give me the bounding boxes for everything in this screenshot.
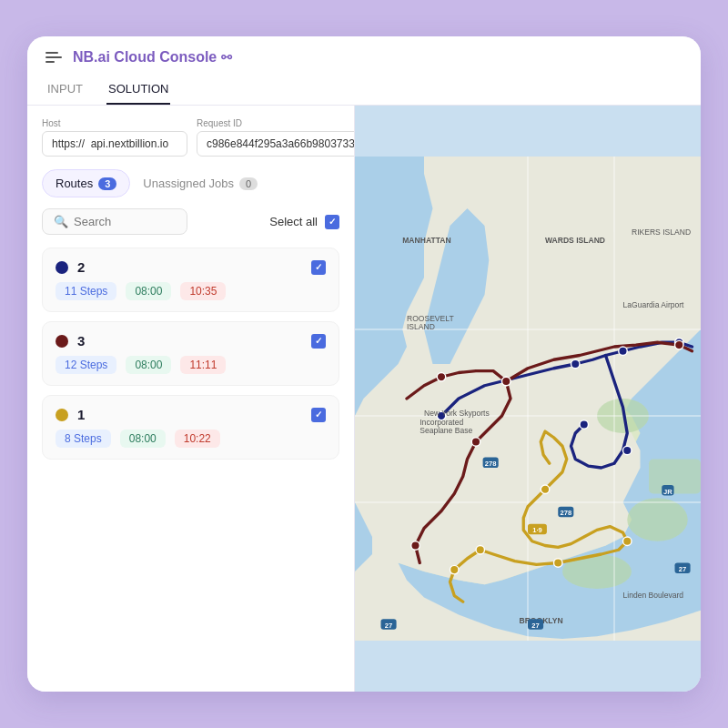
search-icon: 🔍 [54,215,68,228]
header-top: NB.ai Cloud Console ⚯ [46,49,682,66]
app-container: NB.ai Cloud Console ⚯ INPUT SOLUTION Hos… [27,36,701,692]
select-all-row: Select all [269,215,339,229]
route-1-start: 08:00 [120,430,166,448]
host-request-row: Host Request ID Load [42,118,339,157]
search-select-row: 🔍 Select all [42,208,339,235]
svg-point-16 [623,446,632,455]
svg-text:27: 27 [531,622,539,630]
svg-text:ROOSEVELT: ROOSEVELT [407,314,454,323]
search-box: 🔍 [42,208,187,235]
svg-rect-4 [649,460,701,494]
svg-text:LaGuardia Airport: LaGuardia Airport [623,300,685,309]
route-3-start: 08:00 [126,356,171,374]
svg-point-26 [450,565,460,574]
routes-tab[interactable]: Routes 3 [42,169,130,197]
route-3-dot [56,335,68,348]
request-field-group: Request ID [197,118,355,157]
brand-name: NB.ai Cloud Console ⚯ [73,49,232,66]
route-2-checkbox[interactable] [311,260,326,275]
route-1-details: 8 Steps 08:00 10:22 [56,430,326,448]
svg-point-12 [571,359,581,369]
route-2-dot-name: 2 [56,259,85,275]
brand-suffix: Cloud Console [114,49,217,65]
host-input[interactable] [42,131,187,157]
routes-badge: 3 [98,177,116,190]
header: NB.ai Cloud Console ⚯ INPUT SOLUTION [27,36,701,106]
route-tabs: Routes 3 Unassigned Jobs 0 [42,169,339,197]
tab-solution[interactable]: SOLUTION [106,75,170,105]
route-1-checkbox[interactable] [311,408,326,422]
svg-text:RIKERS ISLAND: RIKERS ISLAND [632,228,691,237]
route-1-header: 1 [56,407,326,422]
search-input[interactable] [74,215,174,228]
unassigned-tab-label: Unassigned Jobs [143,177,234,190]
svg-point-13 [619,347,628,356]
route-item-1: 1 8 Steps 08:00 10:22 [42,395,339,460]
host-label: Host [42,118,187,128]
route-1-name: 1 [77,407,85,422]
svg-point-23 [554,559,563,568]
svg-text:MANHATTAN: MANHATTAN [402,236,450,245]
select-all-label: Select all [269,215,318,228]
tab-input[interactable]: INPUT [46,75,85,105]
route-2-header: 2 [56,259,326,275]
sidebar: Host Request ID Load Routes 3 [27,106,355,692]
svg-point-17 [502,377,511,386]
route-1-dot [56,409,68,421]
unassigned-badge: 0 [239,177,258,190]
svg-text:27: 27 [679,565,686,573]
svg-point-25 [541,485,550,494]
route-3-end: 11:11 [180,356,226,374]
svg-text:ISLAND: ISLAND [407,322,435,331]
svg-point-21 [411,541,420,551]
route-2-details: 11 Steps 08:00 10:35 [56,282,326,300]
sidebar-controls: Host Request ID Load Routes 3 [27,106,354,244]
route-2-start: 08:00 [126,282,171,300]
menu-icon[interactable] [46,52,62,63]
route-3-header: 3 [56,333,326,349]
svg-point-22 [476,546,485,555]
route-item-3: 3 12 Steps 08:00 11:11 [42,321,339,386]
svg-point-19 [471,438,480,447]
link-icon: ⚯ [221,50,232,65]
route-1-steps: 8 Steps [56,430,111,448]
route-2-steps: 11 Steps [56,282,116,300]
route-1-dot-name: 1 [56,407,85,422]
route-3-dot-name: 3 [56,333,85,349]
route-3-details: 12 Steps 08:00 11:11 [56,356,326,374]
request-label: Request ID [197,118,355,128]
svg-text:1·9: 1·9 [532,526,542,534]
svg-point-24 [623,537,632,546]
svg-text:27: 27 [385,622,392,630]
route-3-steps: 12 Steps [56,356,116,374]
routes-list: 2 11 Steps 08:00 10:35 3 [27,244,354,692]
route-2-dot [56,261,68,274]
svg-text:Linden Boulevard: Linden Boulevard [623,591,684,600]
route-item-2: 2 11 Steps 08:00 10:35 [42,248,339,312]
svg-point-2 [627,498,688,541]
brand-prefix: NB.ai [73,49,110,65]
svg-point-20 [675,340,684,349]
svg-text:278: 278 [485,460,497,468]
svg-point-18 [437,373,446,382]
svg-text:New York Skyports: New York Skyports [424,409,490,418]
svg-text:Incorporated: Incorporated [420,418,463,427]
request-input[interactable] [197,131,355,157]
svg-text:JR: JR [663,488,672,496]
tab-bar: INPUT SOLUTION [46,75,682,105]
unassigned-tab[interactable]: Unassigned Jobs 0 [130,169,270,197]
content-area: Host Request ID Load Routes 3 [27,106,701,692]
svg-text:WARDS ISLAND: WARDS ISLAND [545,236,605,245]
route-3-checkbox[interactable] [311,334,326,349]
svg-text:278: 278 [560,509,571,517]
route-3-name: 3 [77,333,85,349]
svg-point-15 [580,420,589,430]
host-field-group: Host [42,118,187,157]
route-2-end: 10:35 [180,282,226,300]
routes-tab-label: Routes [56,177,93,190]
map-area[interactable]: MANHATTAN WARDS ISLAND RIKERS ISLAND ROO… [355,106,701,692]
route-2-name: 2 [77,259,85,275]
select-all-checkbox[interactable] [325,215,339,229]
svg-text:Seaplane Base: Seaplane Base [420,426,472,435]
route-1-end: 10:22 [175,430,220,448]
